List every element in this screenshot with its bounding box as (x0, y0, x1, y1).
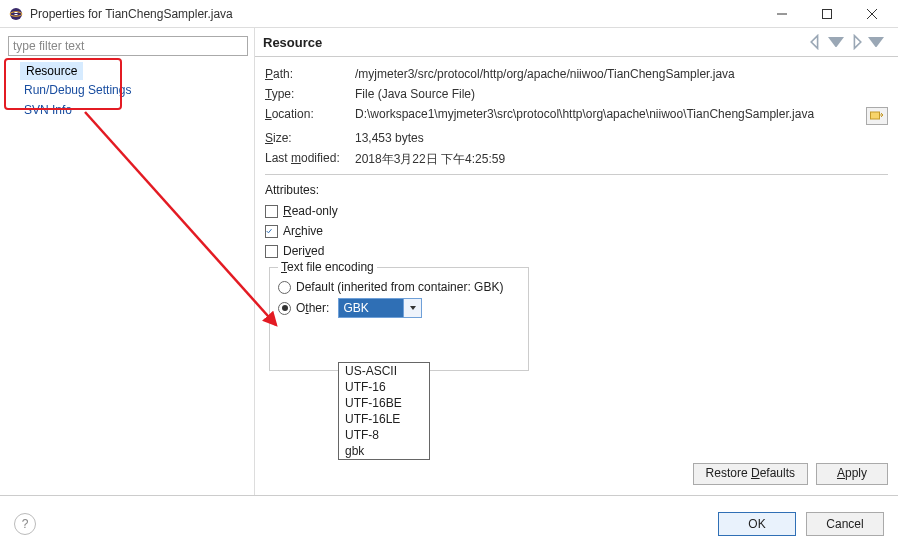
maximize-button[interactable] (804, 0, 849, 28)
title-bar: Properties for TianChengSampler.java (0, 0, 898, 28)
apply-button[interactable]: Apply (816, 463, 888, 485)
svg-rect-3 (15, 14, 18, 15)
panel-buttons: Restore Defaults Apply (693, 463, 888, 485)
encoding-legend: Text file encoding (278, 260, 377, 274)
window-controls (759, 0, 894, 28)
encoding-combo[interactable]: GBK (338, 298, 422, 318)
nav-arrows (808, 34, 890, 50)
section-title: Resource (263, 35, 322, 50)
category-tree: Resource Run/Debug Settings SVN Info (4, 62, 250, 120)
archive-label: Archive (283, 224, 323, 238)
archive-checkbox-row: Archive (265, 221, 888, 241)
footer-actions: OK Cancel (718, 512, 884, 536)
encoding-option[interactable]: UTF-16 (339, 379, 429, 395)
close-button[interactable] (849, 0, 894, 28)
encoding-default-row: Default (inherited from container: GBK) (278, 278, 520, 296)
derived-checkbox[interactable] (265, 245, 278, 258)
help-button[interactable]: ? (14, 513, 36, 535)
size-value: 13,453 bytes (355, 131, 888, 145)
divider (265, 174, 888, 175)
category-tree-panel: Resource Run/Debug Settings SVN Info (0, 28, 255, 495)
derived-checkbox-row: Derived (265, 241, 888, 261)
text-file-encoding-group: Text file encoding Default (inherited fr… (269, 267, 529, 371)
read-only-checkbox-row: Read-only (265, 201, 888, 221)
path-value: /myjmeter3/src/protocol/http/org/apache/… (355, 67, 888, 81)
encoding-combo-dropdown-button[interactable] (403, 299, 421, 317)
encoding-other-row: Other: GBK (278, 296, 520, 320)
forward-button[interactable] (848, 34, 864, 50)
tree-item-svn-info[interactable]: SVN Info (20, 100, 250, 120)
encoding-dropdown-list[interactable]: US-ASCII UTF-16 UTF-16BE UTF-16LE UTF-8 … (338, 362, 430, 460)
attributes-title: Attributes: (265, 181, 888, 201)
encoding-default-label: Default (inherited from container: GBK) (296, 280, 503, 294)
eclipse-icon (8, 6, 24, 22)
forward-menu[interactable] (868, 34, 884, 50)
read-only-checkbox[interactable] (265, 205, 278, 218)
encoding-combo-text[interactable]: GBK (339, 299, 403, 317)
filter-input[interactable] (8, 36, 248, 56)
encoding-option[interactable]: UTF-8 (339, 427, 429, 443)
size-label: Size: (265, 131, 355, 145)
path-label: Path: (265, 67, 355, 81)
encoding-other-label: Other: (296, 301, 329, 315)
encoding-option[interactable]: UTF-16BE (339, 395, 429, 411)
back-menu[interactable] (828, 34, 844, 50)
derived-label: Derived (283, 244, 324, 258)
properties-section: Path: /myjmeter3/src/protocol/http/org/a… (255, 57, 898, 168)
ok-button[interactable]: OK (718, 512, 796, 536)
tree-item-resource[interactable]: Resource (20, 62, 83, 80)
encoding-option[interactable]: US-ASCII (339, 363, 429, 379)
svg-rect-2 (15, 12, 18, 13)
tree-item-run-debug[interactable]: Run/Debug Settings (20, 80, 250, 100)
svg-rect-8 (871, 112, 880, 119)
minimize-button[interactable] (759, 0, 804, 28)
archive-checkbox[interactable] (265, 225, 278, 238)
cancel-button[interactable]: Cancel (806, 512, 884, 536)
svg-rect-5 (822, 9, 831, 18)
dialog-footer: ? OK Cancel (0, 495, 898, 551)
type-label: Type: (265, 87, 355, 101)
encoding-other-radio[interactable] (278, 302, 291, 315)
back-button[interactable] (808, 34, 824, 50)
location-label: Location: (265, 107, 355, 125)
encoding-option[interactable]: UTF-16LE (339, 411, 429, 427)
last-modified-value: 2018年3月22日 下午4:25:59 (355, 151, 888, 168)
last-modified-label: Last modified: (265, 151, 355, 168)
read-only-label: Read-only (283, 204, 338, 218)
encoding-option[interactable]: gbk (339, 443, 429, 459)
window-title: Properties for TianChengSampler.java (30, 7, 759, 21)
attributes-section: Attributes: Read-only Archive Derived Te… (255, 181, 898, 371)
section-header: Resource (255, 28, 898, 57)
encoding-default-radio[interactable] (278, 281, 291, 294)
restore-defaults-button[interactable]: Restore Defaults (693, 463, 808, 485)
show-in-explorer-button[interactable] (866, 107, 888, 125)
type-value: File (Java Source File) (355, 87, 888, 101)
location-value: D:\workspace1\myjmeter3\src\protocol\htt… (355, 107, 860, 125)
